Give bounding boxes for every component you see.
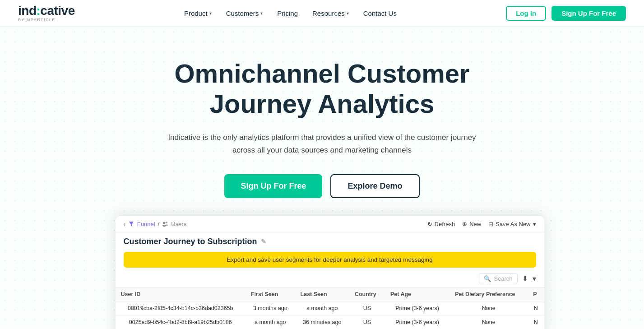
col-user-id: User ID [116,287,246,301]
cell-user-id: 00019cba-2f85-4c34-b14c-b36dad02365b [116,301,246,315]
breadcrumb-users: Users [171,221,186,227]
hero-buttons: Sign Up For Free Explore Demo [18,174,626,198]
table-body: 00019cba-2f85-4c34-b14c-b36dad02365b 3 m… [116,301,544,329]
nav-link-resources[interactable]: Resources ▾ [307,6,354,21]
nav-item-resources[interactable]: Resources ▾ [307,6,354,21]
svg-marker-0 [129,222,134,226]
col-dietary: Pet Dietary Preference [449,287,528,301]
chevron-down-icon: ▾ [533,221,536,227]
svg-point-4 [165,225,168,226]
nav-item-product[interactable]: Product ▾ [179,6,217,21]
cell-country: US [349,301,385,315]
cell-p: N [528,315,544,329]
back-icon: ‹ [124,221,125,227]
nav-item-contact[interactable]: Contact Us [358,6,402,21]
col-p: P [528,287,544,301]
save-as-new-button[interactable]: ⊟ Save As New ▾ [488,221,536,227]
chevron-down-icon: ▾ [260,11,263,16]
cell-country: US [349,315,385,329]
nav-link-pricing[interactable]: Pricing [272,6,303,21]
cell-first-seen: a month ago [246,315,295,329]
cell-first-seen: 3 months ago [246,301,295,315]
cell-last-seen: 36 minutes ago [295,315,349,329]
download-icon[interactable]: ⬇ [522,274,528,283]
cell-user-id: 0025ed9-b54c-4bd2-8bf9-a19b25db0186 [116,315,246,329]
users-icon [162,221,168,227]
save-icon: ⊟ [488,221,493,227]
chevron-down-icon: ▾ [347,11,349,16]
nav-link-customers[interactable]: Customers ▾ [221,6,269,21]
hero-section: Omnichannel Customer Journey Analytics I… [0,27,644,329]
db-title: Customer Journey to Subscription ✎ [124,237,266,246]
nav-menu: Product ▾ Customers ▾ Pricing Resources … [179,6,402,21]
db-topbar: ‹ Funnel / Users ↻ Refresh [116,216,544,232]
db-table-actions: 🔍 Search ⬇ ▾ [479,273,536,284]
table-head: User ID First Seen Last Seen Country Pet… [116,287,544,301]
cell-pet-age: Prime (3-6 years) [385,315,449,329]
svg-point-3 [166,222,167,223]
search-icon: 🔍 [484,275,491,282]
funnel-icon [128,221,134,227]
dashboard-preview: ‹ Funnel / Users ↻ Refresh [116,216,544,329]
cell-dietary: None [449,315,528,329]
cell-p: N [528,301,544,315]
db-banner: Export and save user segments for deeper… [124,252,536,268]
nav-link-contact[interactable]: Contact Us [358,6,402,21]
col-last-seen: Last Seen [295,287,349,301]
logo-text: ind:cative [18,5,75,17]
db-title-bar: Customer Journey to Subscription ✎ [116,232,544,249]
col-country: Country [349,287,385,301]
search-box: 🔍 Search [479,273,517,284]
table-row: 0025ed9-b54c-4bd2-8bf9-a19b25db0186 a mo… [116,315,544,329]
col-pet-age: Pet Age [385,287,449,301]
login-button[interactable]: Log In [506,6,546,21]
logo-subtitle: BY MPARTICLE [18,18,56,22]
nav-link-product[interactable]: Product ▾ [179,6,217,21]
edit-icon[interactable]: ✎ [261,238,266,245]
navbar: ind:cative BY MPARTICLE Product ▾ Custom… [0,0,644,27]
new-button[interactable]: ⊕ New [462,221,481,227]
chevron-down-icon: ▾ [209,11,212,16]
nav-actions: Log In Sign Up For Free [506,6,626,21]
nav-item-pricing[interactable]: Pricing [272,6,303,21]
logo[interactable]: ind:cative BY MPARTICLE [18,5,75,22]
cell-pet-age: Prime (3-6 years) [385,301,449,315]
table-row: 00019cba-2f85-4c34-b14c-b36dad02365b 3 m… [116,301,544,315]
data-table: User ID First Seen Last Seen Country Pet… [116,287,544,329]
breadcrumb-separator: / [158,221,160,227]
breadcrumb: ‹ Funnel / Users [124,221,187,227]
cell-dietary: None [449,301,528,315]
breadcrumb-funnel: Funnel [137,221,155,227]
nav-item-customers[interactable]: Customers ▾ [221,6,269,21]
table-header-row: User ID First Seen Last Seen Country Pet… [116,287,544,301]
refresh-button[interactable]: ↻ Refresh [427,221,455,227]
signup-nav-button[interactable]: Sign Up For Free [551,6,626,21]
db-actions: ↻ Refresh ⊕ New ⊟ Save As New ▾ [427,221,536,227]
signup-hero-button[interactable]: Sign Up For Free [224,174,322,198]
plus-icon: ⊕ [462,221,467,227]
hero-subtitle: Indicative is the only analytics platfor… [164,131,480,156]
svg-point-1 [163,222,166,224]
expand-icon[interactable]: ▾ [533,274,536,283]
db-table-header: 🔍 Search ⬇ ▾ [116,271,544,287]
explore-demo-button[interactable]: Explore Demo [330,174,419,198]
cell-last-seen: a month ago [295,301,349,315]
refresh-icon: ↻ [427,221,432,227]
hero-title: Omnichannel Customer Journey Analytics [164,59,480,119]
col-first-seen: First Seen [246,287,295,301]
hero-content: Omnichannel Customer Journey Analytics I… [18,59,626,198]
